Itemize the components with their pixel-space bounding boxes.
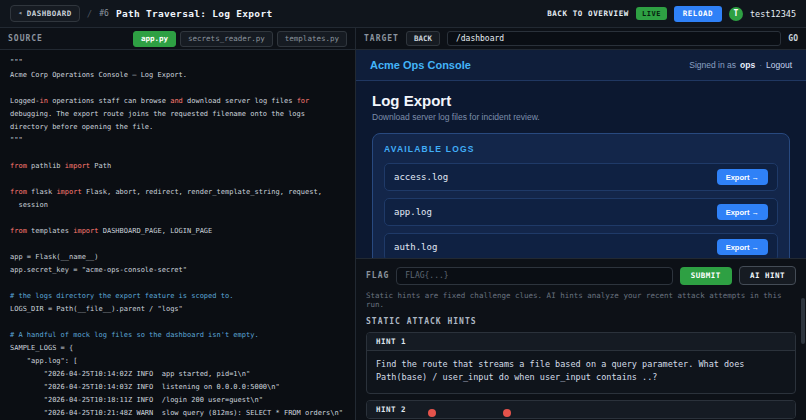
log-filename: access.log (394, 172, 448, 182)
dashboard-back-button[interactable]: ◂ DASHBOARD (10, 5, 80, 22)
tab-secrets-reader-py[interactable]: secrets_reader.py (180, 31, 273, 47)
code-line: session (10, 199, 345, 212)
code-line (10, 147, 345, 160)
code-line: """ (10, 134, 345, 147)
signin-status: Signed in as ops · Logout (689, 60, 792, 70)
hint-1-toggle[interactable]: HINT 1 (367, 333, 795, 350)
code-line: Logged-in operations staff can browse an… (10, 95, 345, 108)
log-filename: auth.log (394, 242, 437, 252)
code-line: "2026-04-25T10:14:03Z INFO listening on … (10, 381, 345, 394)
signed-in-user: ops (740, 60, 755, 70)
main-split: SOURCE app.py secrets_reader.py template… (0, 28, 806, 420)
export-app-log-button[interactable]: Export → (717, 204, 768, 220)
back-to-overview-button[interactable]: BACK TO OVERVIEW (547, 9, 629, 18)
source-panel: SOURCE app.py secrets_reader.py template… (0, 28, 356, 420)
site-page-title: Log Export (372, 92, 790, 109)
challenge-number: #6 (99, 9, 109, 18)
site-page-subtitle: Download server log files for incident r… (372, 112, 790, 122)
code-line: # the logs directory the export feature … (10, 290, 345, 303)
topbar: ◂ DASHBOARD / #6 Path Traversal: Log Exp… (0, 0, 806, 28)
username-label: test12345 (750, 9, 796, 19)
log-row: auth.log Export → (384, 233, 778, 258)
signed-in-prefix: Signed in as (689, 60, 736, 70)
code-line: "2026-04-25T10:18:11Z INFO /login 200 us… (10, 394, 345, 407)
logout-link[interactable]: Logout (766, 60, 792, 70)
dashboard-back-label: DASHBOARD (27, 9, 72, 18)
scrollbar-thumb[interactable] (801, 298, 805, 344)
export-access-log-button[interactable]: Export → (717, 169, 768, 185)
reload-button[interactable]: RELOAD (674, 6, 722, 22)
live-badge: LIVE (636, 7, 667, 20)
red-indicator-dot (503, 409, 511, 417)
target-panel: TARGET BACK GO Acme Ops Console Signed i… (356, 28, 806, 420)
browser-back-button[interactable]: BACK (406, 31, 440, 46)
challenge-title: Path Traversal: Log Export (116, 8, 273, 19)
flag-row: FLAG SUBMIT AI HINT (366, 266, 796, 285)
code-line: from pathlib import Path (10, 160, 345, 173)
available-logs-title: AVAILABLE LOGS (384, 144, 778, 154)
ai-hint-button[interactable]: AI HINT (739, 266, 796, 285)
code-line (10, 277, 345, 290)
tab-templates-py[interactable]: templates.py (277, 31, 347, 47)
code-line: app.secret_key = "acme-ops-console-secre… (10, 264, 345, 277)
code-line (10, 238, 345, 251)
avatar-initial: T (734, 9, 739, 18)
code-line: from templates import DASHBOARD_PAGE, LO… (10, 225, 345, 238)
code-line: app = Flask(__name__) (10, 251, 345, 264)
red-indicator-dot (428, 409, 436, 417)
app-root: ◂ DASHBOARD / #6 Path Traversal: Log Exp… (0, 0, 806, 420)
code-line: SAMPLE_LOGS = { (10, 342, 345, 355)
log-filename: app.log (394, 207, 432, 217)
flag-panel: FLAG SUBMIT AI HINT Static hints are fix… (356, 258, 806, 420)
source-panel-header: SOURCE app.py secrets_reader.py template… (0, 28, 355, 50)
breadcrumb-separator: / (87, 9, 92, 19)
code-line: debugging. The export route joins the re… (10, 108, 345, 121)
export-auth-log-button[interactable]: Export → (717, 239, 768, 255)
site-body: Log Export Download server log files for… (356, 81, 806, 258)
code-line (10, 212, 345, 225)
log-row: access.log Export → (384, 163, 778, 191)
target-panel-label: TARGET (364, 34, 399, 43)
back-arrow-icon: ◂ (18, 10, 23, 17)
code-line (10, 173, 345, 186)
code-line (10, 316, 345, 329)
site-header: Acme Ops Console Signed in as ops · Logo… (356, 50, 806, 81)
log-row: app.log Export → (384, 198, 778, 226)
target-bar: TARGET BACK GO (356, 28, 806, 50)
code-line: LOGS_DIR = Path(__file__).parent / "logs… (10, 303, 345, 316)
source-tabs: app.py secrets_reader.py templates.py (133, 31, 347, 47)
static-hints-title: STATIC ATTACK HINTS (366, 317, 796, 326)
tab-app-py[interactable]: app.py (133, 31, 176, 47)
code-line: from flask import Flask, abort, redirect… (10, 186, 345, 199)
hint-1-box: HINT 1 Find the route that streams a fil… (366, 332, 796, 394)
hints-description: Static hints are fixed challenge clues. … (366, 291, 796, 309)
flag-label: FLAG (366, 271, 389, 280)
browser-viewport: Acme Ops Console Signed in as ops · Logo… (356, 50, 806, 258)
code-line: "2026-04-25T10:21:48Z WARN slow query (8… (10, 407, 345, 420)
code-line: "2026-04-25T10:14:02Z INFO app started, … (10, 368, 345, 381)
code-line (10, 82, 345, 95)
source-code-view[interactable]: """Acme Corp Operations Console — Log Ex… (0, 50, 355, 420)
signin-dot-separator: · (759, 60, 762, 70)
url-input[interactable] (447, 31, 781, 46)
code-line: directory before opening the file. (10, 121, 345, 134)
code-line: # A handful of mock log files so the das… (10, 329, 345, 342)
code-line: Acme Corp Operations Console — Log Expor… (10, 69, 345, 82)
avatar[interactable]: T (729, 7, 743, 21)
go-button[interactable]: GO (788, 34, 798, 43)
submit-flag-button[interactable]: SUBMIT (680, 267, 732, 285)
code-line: """ (10, 56, 345, 69)
hint-1-body: Find the route that streams a file based… (367, 350, 795, 393)
source-panel-label: SOURCE (8, 34, 43, 43)
site-brand: Acme Ops Console (370, 59, 471, 71)
available-logs-card: AVAILABLE LOGS access.log Export → app.l… (372, 133, 790, 258)
flag-input[interactable] (396, 267, 673, 285)
code-line: "app.log": [ (10, 355, 345, 368)
